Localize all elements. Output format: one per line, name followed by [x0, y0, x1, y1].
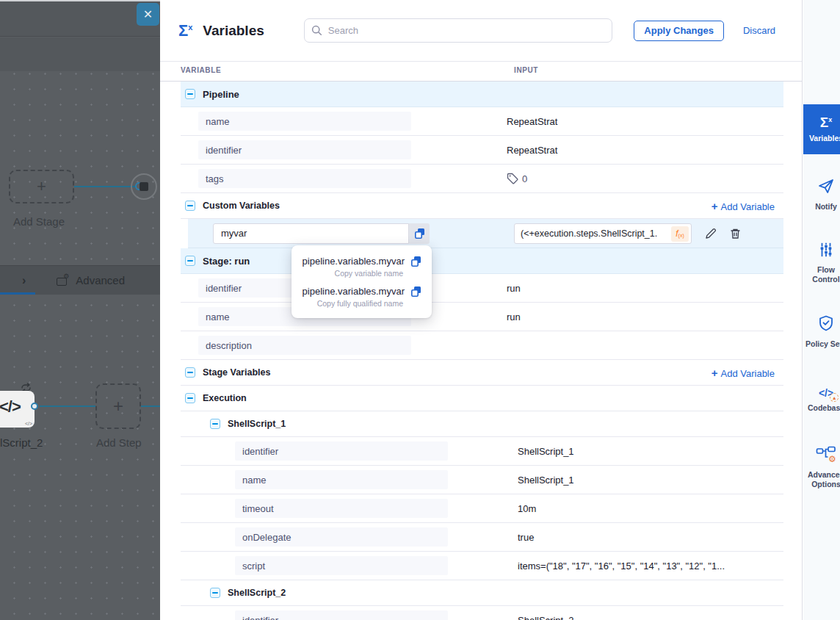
- section-shellscript-1[interactable]: ShellScript_1: [181, 411, 783, 437]
- variables-panel: Σx Variables Apply Changes Discard VARIA…: [160, 0, 803, 620]
- column-variable: VARIABLE: [181, 66, 221, 74]
- variable-value: RepeatStrat: [507, 145, 557, 156]
- collapse-minus-icon[interactable]: [210, 588, 220, 598]
- section-label: Stage: run: [203, 256, 250, 267]
- sidebar-item-notify[interactable]: Notify: [803, 160, 840, 228]
- popover-variable-path: pipeline.variables.myvar: [303, 256, 405, 267]
- collapse-chevron-icon[interactable]: ›: [22, 274, 26, 287]
- table-row-identifier: identifierrun: [181, 274, 783, 303]
- add-variable-button[interactable]: +Add Variable: [712, 367, 775, 379]
- variable-value: items=("18", "17", "16", "15", "14", "13…: [518, 560, 725, 572]
- variables-sigma-icon: Σx: [178, 23, 192, 39]
- variable-value: RepeatStrat: [507, 116, 557, 127]
- sidebar-item-label: Variables: [805, 134, 840, 143]
- section-label: ShellScript_1: [228, 419, 286, 429]
- variable-name-chip: script: [235, 556, 448, 575]
- sidebar-item-label: Flow Control: [805, 265, 840, 284]
- right-icon-sidebar: ΣxVariablesNotifyFlow ControlPolicy Sets…: [803, 0, 840, 620]
- sigma-x-icon: Σx: [820, 115, 832, 130]
- variables-table: PipelinenameRepeatStratidentifierRepeatS…: [181, 82, 783, 620]
- copy-variable-button[interactable]: [409, 223, 430, 244]
- copy-icon[interactable]: [410, 256, 421, 267]
- table-row-script: scriptitems=("18", "17", "16", "15", "14…: [181, 552, 783, 580]
- add-stage-label: Add Stage: [13, 215, 65, 228]
- search-wrap: [304, 18, 612, 43]
- section-stage-variables[interactable]: Stage Variables+Add Variable: [181, 360, 783, 386]
- add-step-label: Add Step: [96, 436, 142, 449]
- variable-value: run: [507, 311, 521, 322]
- add-step-node[interactable]: +: [95, 383, 141, 429]
- sidebar-item-label: Policy Sets: [805, 339, 840, 349]
- shell-mini-icon: </>: [25, 421, 32, 426]
- collapse-minus-icon[interactable]: [185, 393, 195, 403]
- harness-pipeline-variables-overlay: ✕ + Add Stage › ⚙ Advanced </> </> + lSc…: [0, 0, 840, 620]
- edit-variable-icon[interactable]: [705, 228, 717, 239]
- svg-text:⚙: ⚙: [828, 454, 836, 464]
- variable-value: run: [507, 283, 521, 294]
- section-shellscript-2[interactable]: ShellScript_2: [181, 580, 783, 606]
- variable-name-chip: timeout: [235, 499, 448, 518]
- column-input: INPUT: [514, 66, 538, 74]
- shell-script-icon: </>: [0, 397, 21, 417]
- section-pipeline[interactable]: Pipeline: [181, 82, 783, 107]
- sidebar-item-label: Advanced Options: [805, 470, 840, 489]
- variable-value-input[interactable]: (<+execution.steps.ShellScript_1.f(x): [514, 223, 692, 244]
- shellscript-step-node[interactable]: </> </>: [0, 391, 35, 428]
- popover-variable-path: pipeline.variables.myvar: [303, 286, 405, 297]
- search-icon: [311, 25, 322, 36]
- variable-value: ShellScript_1: [518, 446, 574, 457]
- collapse-minus-icon[interactable]: [210, 419, 220, 429]
- variable-value: true: [518, 532, 534, 543]
- section-execution[interactable]: Execution: [181, 386, 783, 411]
- discard-button[interactable]: Discard: [743, 25, 775, 36]
- panel-title: Variables: [203, 23, 264, 39]
- collapse-minus-icon[interactable]: [185, 256, 195, 266]
- section-label: Pipeline: [203, 89, 239, 100]
- section-stage-run[interactable]: Stage: run: [181, 248, 783, 274]
- variable-value: ShellScript_2: [518, 615, 574, 620]
- variable-name-chip: onDelegate: [235, 527, 448, 547]
- fx-expression-icon[interactable]: f(x): [671, 226, 689, 242]
- close-panel-button[interactable]: ✕: [137, 3, 159, 26]
- sidebar-item-flow-control[interactable]: Flow Control: [803, 228, 840, 297]
- table-column-header: VARIABLE INPUT: [160, 62, 802, 82]
- table-row-tags: tags0: [181, 165, 783, 193]
- variable-name-chip: name: [198, 112, 411, 131]
- collapse-minus-icon[interactable]: [185, 201, 195, 211]
- copy-popover-item: pipeline.variables.myvarCopy fully quali…: [299, 286, 421, 308]
- table-row-identifier: identifierShellScript_2: [181, 606, 783, 620]
- paper-plane-icon: [817, 178, 836, 198]
- variable-value: 0: [507, 173, 527, 184]
- variable-name-input[interactable]: [213, 223, 409, 244]
- add-stage-node[interactable]: +: [9, 170, 74, 203]
- editor-second-toolbar: [0, 37, 160, 71]
- table-row-description: description: [181, 331, 783, 360]
- popover-caption: Copy fully qualified name: [299, 299, 421, 308]
- apply-changes-button[interactable]: Apply Changes: [634, 21, 724, 41]
- table-row-name: namerun: [181, 303, 783, 331]
- copy-variable-popover: pipeline.variables.myvarCopy variable na…: [292, 245, 432, 318]
- sidebar-item-policy-sets[interactable]: Policy Sets: [803, 297, 840, 365]
- add-variable-button[interactable]: +Add Variable: [712, 200, 775, 212]
- sidebar-item-advanced-options[interactable]: ⚙Advanced Options: [803, 433, 840, 502]
- copy-popover-item: pipeline.variables.myvarCopy variable na…: [299, 256, 421, 278]
- sidebar-gap: [803, 154, 840, 160]
- search-input[interactable]: [304, 18, 612, 43]
- section-custom-variables[interactable]: Custom Variables+Add Variable: [181, 193, 783, 219]
- table-row-identifier: identifierShellScript_1: [181, 437, 783, 466]
- sidebar-item-codebase[interactable]: </>▲Codebase: [803, 365, 840, 433]
- popover-caption: Copy variable name: [299, 269, 421, 278]
- sidebar-item-variables[interactable]: ΣxVariables: [803, 104, 840, 154]
- tab-advanced[interactable]: ⚙ Advanced: [57, 274, 125, 286]
- collapse-minus-icon[interactable]: [185, 367, 195, 378]
- copy-icon[interactable]: [410, 286, 421, 297]
- step-connector-line2: [141, 405, 160, 407]
- section-label: ShellScript_2: [228, 588, 286, 598]
- collapse-minus-icon[interactable]: [185, 89, 195, 99]
- code-triangle-icon: </>▲: [819, 386, 833, 400]
- table-row-onDelegate: onDelegatetrue: [181, 523, 783, 552]
- variable-name-chip: identifier: [198, 140, 411, 159]
- table-row-timeout: timeout10m: [181, 494, 783, 523]
- delete-variable-icon[interactable]: [730, 228, 741, 239]
- sidebar-item-label: Codebase: [805, 403, 840, 413]
